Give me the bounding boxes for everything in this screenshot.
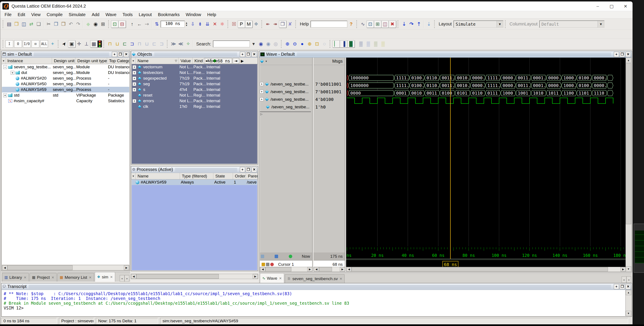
env-upward-icon[interactable]: ↑ <box>128 21 136 28</box>
panel-grip[interactable] <box>29 285 611 288</box>
tab-scroll-right-icon[interactable]: » <box>124 275 129 282</box>
search-dropdown-icon[interactable]: ▾ <box>250 40 257 48</box>
expand-icon[interactable]: + <box>132 71 136 75</box>
menu-compile[interactable]: Compile <box>44 11 66 18</box>
scroll-up-icon[interactable]: ▲ <box>626 58 631 63</box>
cursor-insert-icon[interactable]: ▏ <box>332 40 340 48</box>
vsim-prompt[interactable]: VSIM 12> <box>4 305 623 310</box>
object-row[interactable]: resetNot L...Regi...Internal <box>132 92 257 98</box>
objects-column-header[interactable]: ⇤ 68 ns ⇥ ▶ ▼Name ▽ValueKindMode <box>131 58 258 64</box>
undock-button[interactable]: ❐ <box>118 52 123 57</box>
expand-icon[interactable]: + <box>260 97 264 101</box>
remove-x-icon[interactable]: ☒ <box>230 21 238 28</box>
new-file-icon[interactable]: ▤ <box>6 21 13 28</box>
process-row[interactable]: #ALWAYS#59AlwaysActive1/seve <box>132 179 257 185</box>
time-spinner[interactable]: ▲▼ <box>185 22 188 27</box>
undo-icon[interactable]: ↶ <box>67 21 74 28</box>
tab-close-icon[interactable]: ✕ <box>89 275 92 279</box>
object-row[interactable]: +errorsNot L...Pack...Internal <box>132 98 257 104</box>
tab-scroll-left-icon[interactable]: « <box>120 275 124 282</box>
scroll-right-icon[interactable]: ▶ <box>124 265 129 270</box>
middle-hscrollbar[interactable]: ◀ ▶ <box>131 274 258 279</box>
expand-time-icon[interactable]: ≫ <box>170 40 177 48</box>
dock-plus-button[interactable]: + <box>614 52 619 57</box>
panel-grip[interactable] <box>34 53 109 56</box>
column-header-design-unit-type[interactable]: Design unit type <box>76 58 107 64</box>
layers-icon[interactable]: ✦ <box>49 40 56 48</box>
stretch-wave-icon[interactable]: ⊏ <box>150 40 158 48</box>
cursor-lock-icon[interactable]: ▐ <box>340 40 347 48</box>
expand-icon[interactable]: + <box>132 82 136 86</box>
object-row[interactable]: +segexpected7'h19Pack...Internal <box>132 76 257 81</box>
wave-canvas[interactable]: 10000001111...0100...0110...0011...0010.… <box>346 58 626 272</box>
help-search-icon[interactable]: ? <box>348 21 355 28</box>
port-out-mode-button[interactable]: O <box>14 40 22 48</box>
object-row[interactable]: +testvectorsNot L...Fixe...Internal <box>132 70 257 76</box>
stop-icon[interactable]: ✱ <box>218 21 226 28</box>
filter-funnel-icon[interactable]: ▼ <box>2 58 6 64</box>
menu-file[interactable]: File <box>2 11 14 18</box>
scroll-right-icon[interactable]: ▶ <box>253 274 258 279</box>
column-header-name[interactable]: Name ▽ <box>136 58 178 64</box>
wave-delete-icon[interactable]: ✖ <box>389 21 396 28</box>
wrench-icon[interactable] <box>266 263 270 266</box>
column-header-top-category[interactable]: Top Category <box>108 58 130 64</box>
menu-view[interactable]: View <box>28 11 44 18</box>
save-icon[interactable]: ◫ <box>20 21 28 28</box>
panel-grip[interactable] <box>154 53 237 56</box>
expand-icon[interactable]: + <box>132 88 136 92</box>
step-over-icon[interactable]: ↷ <box>408 21 415 28</box>
run-icon[interactable]: ⇩ <box>189 21 196 28</box>
insert-pulse-icon[interactable]: ⊓ <box>106 40 114 48</box>
edit-mode-icon[interactable]: ▦ <box>90 40 98 48</box>
diff-doc-icon[interactable]: ❒ <box>279 21 286 28</box>
bus-segment[interactable] <box>607 90 613 96</box>
scroll-up-icon[interactable]: ▲ <box>626 290 631 295</box>
header-more-icon[interactable]: ▶ <box>240 58 245 64</box>
tab-close-icon[interactable]: ✕ <box>24 275 26 279</box>
undock-button[interactable]: ❐ <box>246 52 251 57</box>
wave-vscrollbar[interactable]: ▲ ▼ <box>626 58 631 272</box>
tree-row[interactable]: +stdstdVlPackagePackage <box>2 92 129 98</box>
bus-unknown-segment[interactable] <box>347 75 348 81</box>
menu-edit[interactable]: Edit <box>14 11 28 18</box>
lock-icon[interactable] <box>262 263 265 266</box>
menu-add[interactable]: Add <box>89 11 102 18</box>
panel-close-button[interactable]: ✕ <box>626 52 631 57</box>
column-header-state[interactable]: State <box>214 173 233 179</box>
bus-segment[interactable] <box>607 75 613 81</box>
env-back-icon[interactable]: ← <box>136 21 143 28</box>
restart-icon[interactable]: ⇅ <box>153 21 160 28</box>
tab-wave[interactable]: ∿Wave✕ <box>260 273 284 283</box>
column-header-instance[interactable]: Instance <box>6 58 52 64</box>
refresh-icon[interactable]: ⇄ <box>28 21 35 28</box>
layout-select[interactable]: Simulate▼ <box>454 21 504 28</box>
break-icon[interactable]: ✕ <box>211 21 218 28</box>
prev-diff-icon[interactable]: ↞ <box>264 21 272 28</box>
wave-view-icon[interactable] <box>275 255 278 258</box>
object-row[interactable]: +s4'h4Pack...Internal <box>132 87 257 92</box>
bus-unknown-segment[interactable] <box>347 90 348 96</box>
tab-scroll-left-icon[interactable]: « <box>622 276 626 283</box>
column-header-name[interactable]: Name <box>136 173 180 179</box>
menu-window[interactable]: Window <box>183 11 204 18</box>
collapse-time-icon[interactable]: ≪ <box>177 40 184 48</box>
scroll-left-icon[interactable]: ◀ <box>346 267 352 271</box>
zoom-cursor-icon[interactable]: ⊕ <box>306 40 313 48</box>
zoom-mode-icon[interactable]: ◌ <box>321 40 328 48</box>
panel-grip[interactable] <box>297 53 611 56</box>
sim-hscrollbar[interactable]: ◀ ▶ <box>2 265 129 270</box>
tab-library[interactable]: ▥Library✕ <box>2 273 29 282</box>
column-header-order[interactable]: Order <box>233 173 246 179</box>
mirror-icon[interactable]: ⊓ <box>136 40 143 48</box>
grid-pattern4-icon[interactable]: ▒ <box>379 40 387 48</box>
step-into-icon[interactable]: ⇣ <box>400 21 408 28</box>
add-to-wave-icon[interactable]: ⊟ <box>118 21 126 28</box>
wave-signal-name[interactable]: +/seven_seg_testbe... <box>260 96 312 103</box>
search-next-icon[interactable]: ◉ <box>257 40 265 48</box>
column-header-type-filtered-[interactable]: Type (filtered) <box>180 173 213 179</box>
dock-plus-button[interactable]: + <box>112 52 117 57</box>
zoom-in-icon[interactable]: ⊕ <box>284 40 291 48</box>
stretch-edge-icon[interactable]: ⊥ <box>83 40 90 48</box>
wave-dots-icon[interactable]: ⊞ <box>374 21 381 28</box>
